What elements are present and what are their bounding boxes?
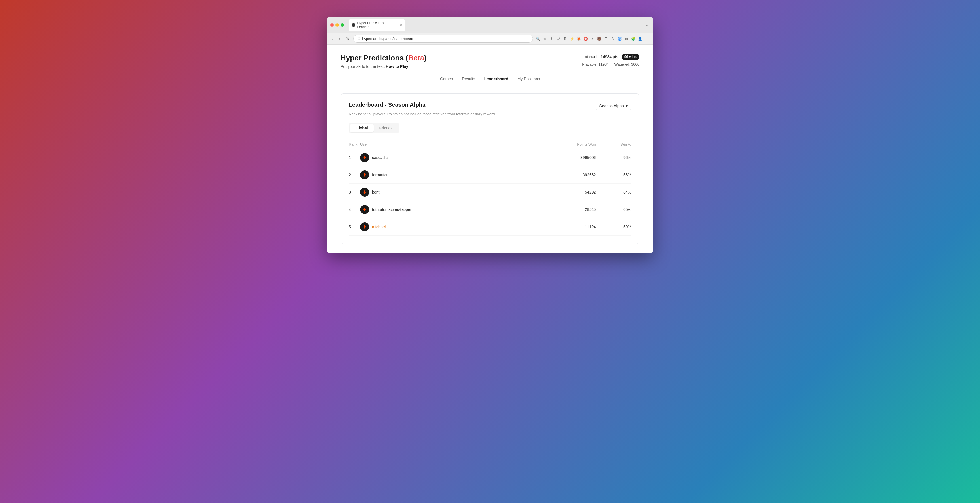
table-row: 2formation39266256% [349, 166, 631, 184]
active-tab[interactable]: H Hyper Predictions Leaderbo... × [348, 19, 405, 31]
col-win-pct: Win % [596, 140, 631, 149]
traffic-light-red[interactable] [330, 23, 334, 27]
traffic-lights [330, 23, 344, 27]
username: formation [372, 172, 388, 177]
refresh-button[interactable]: ↻ [344, 36, 351, 42]
menu-icon[interactable]: ⋮ [644, 36, 650, 42]
profile-icon[interactable]: 👤 [637, 36, 643, 42]
rank-cell: 3 [349, 184, 360, 201]
traffic-light-yellow[interactable] [336, 23, 339, 27]
wagered-label: Wagered: 3000 [614, 62, 640, 66]
ext6-icon[interactable]: ⭕ [583, 36, 589, 42]
tab-close-button[interactable]: × [400, 23, 402, 27]
ext4-icon[interactable]: ⚡ [569, 36, 575, 42]
win-pct-cell: 96% [596, 149, 631, 166]
traffic-light-green[interactable] [340, 23, 344, 27]
url-text: hypercars.io/game/leaderboard [362, 37, 413, 41]
user-name: michael [584, 54, 597, 59]
tab-my-positions[interactable]: My Positions [517, 77, 540, 85]
tab-add-button[interactable]: + [406, 21, 414, 29]
back-button[interactable]: ‹ [330, 36, 335, 42]
points-won-cell: 28545 [534, 201, 596, 218]
tab-results[interactable]: Results [462, 77, 475, 85]
ext1-icon[interactable]: ℹ [549, 36, 554, 42]
subtitle-prefix: Put your skills to the test. [340, 64, 385, 69]
tab-title: Hyper Predictions Leaderbo... [357, 21, 397, 29]
chevron-down-icon: ▾ [625, 104, 628, 108]
how-to-play-link[interactable]: How to Play [386, 64, 408, 69]
col-points-won: Points Won [534, 140, 596, 149]
rank-cell: 4 [349, 201, 360, 218]
title-prefix: Hyper Predictions ( [340, 54, 408, 62]
ext5-icon[interactable]: 🦊 [576, 36, 582, 42]
ext9-icon[interactable]: T [603, 36, 609, 42]
season-selector[interactable]: Season Alpha ▾ [596, 102, 631, 110]
ext10-icon[interactable]: A [610, 36, 616, 42]
ext13-icon[interactable]: 🧩 [630, 36, 636, 42]
points-won-cell: 54292 [534, 184, 596, 201]
title-section: Hyper Predictions (Beta) Put your skills… [340, 54, 426, 69]
win-pct-cell: 64% [596, 184, 631, 201]
points-won-cell: 392662 [534, 166, 596, 184]
title-suffix: ) [424, 54, 427, 62]
user-cell: tutututumaxverstappen [360, 201, 534, 218]
search-icon[interactable]: 🔍 [535, 36, 541, 42]
leaderboard-title: Leaderboard - Season Alpha [349, 102, 425, 108]
page-header: Hyper Predictions (Beta) Put your skills… [340, 54, 640, 69]
leaderboard-subtitle: Ranking for all players. Points do not i… [349, 112, 631, 116]
user-cell: formation [360, 166, 534, 184]
win-pct-cell: 56% [596, 166, 631, 184]
col-rank: Rank [349, 140, 360, 149]
points-won-cell: 3995006 [534, 149, 596, 166]
ext2-icon[interactable]: 🛡 [555, 36, 561, 42]
rank-cell: 2 [349, 166, 360, 184]
tab-games[interactable]: Games [440, 77, 453, 85]
page-content: Hyper Predictions (Beta) Put your skills… [327, 45, 653, 253]
user-cell: cascadia [360, 149, 534, 166]
ext12-icon[interactable]: ⊞ [624, 36, 629, 42]
user-section: michael 14984 pts 96 wins Playable: 1198… [582, 54, 640, 66]
user-details: Playable: 11984 Wagered: 3000 [582, 62, 640, 66]
rank-cell: 5 [349, 218, 360, 236]
security-icon: ⚙ [358, 37, 360, 41]
tab-bar: H Hyper Predictions Leaderbo... × + [348, 19, 642, 31]
main-nav: Games Results Leaderboard My Positions [340, 77, 640, 85]
ext11-icon[interactable]: 🌀 [617, 36, 622, 42]
toggle-friends[interactable]: Friends [374, 124, 398, 132]
toggle-tabs: Global Friends [349, 123, 399, 133]
toolbar-extensions: 🔍 ☆ ℹ 🛡 R ⚡ 🦊 ⭕ ✴ 🐻 T A 🌀 ⊞ 🧩 👤 ⋮ [535, 36, 650, 42]
ext7-icon[interactable]: ✴ [590, 36, 595, 42]
ext8-icon[interactable]: 🐻 [597, 36, 602, 42]
user-pts: 14984 pts [601, 54, 618, 59]
tab-leaderboard[interactable]: Leaderboard [484, 77, 508, 85]
table-row: 3kent5429264% [349, 184, 631, 201]
table-row: 1cascadia399500696% [349, 149, 631, 166]
username: cascadia [372, 155, 388, 160]
table-row: 5michael1112459% [349, 218, 631, 236]
username: kent [372, 190, 379, 195]
avatar [360, 205, 369, 214]
tab-favicon: H [352, 23, 355, 27]
toggle-global[interactable]: Global [350, 124, 374, 132]
leaderboard-header: Leaderboard - Season Alpha Season Alpha … [349, 102, 631, 110]
bookmark-icon[interactable]: ☆ [542, 36, 547, 42]
avatar [360, 188, 369, 197]
season-selector-label: Season Alpha [600, 104, 624, 108]
ext3-icon[interactable]: R [562, 36, 568, 42]
title-beta: Beta [408, 54, 424, 62]
browser-actions: ⌄ [644, 22, 650, 28]
user-info: michael 14984 pts 96 wins [582, 54, 640, 60]
avatar [360, 170, 369, 179]
forward-button[interactable]: › [337, 36, 342, 42]
user-cell: kent [360, 184, 534, 201]
browser-chrome: H Hyper Predictions Leaderbo... × + ⌄ [327, 17, 653, 33]
leaderboard-card: Leaderboard - Season Alpha Season Alpha … [340, 93, 640, 244]
maximize-icon[interactable]: ⌄ [644, 22, 650, 28]
playable-label: Playable: 11984 [582, 62, 609, 66]
page-subtitle: Put your skills to the test. How to Play [340, 64, 426, 69]
page-title: Hyper Predictions (Beta) [340, 54, 426, 62]
nav-bar: ‹ › ↻ ⚙ hypercars.io/game/leaderboard 🔍 … [327, 33, 653, 45]
col-user: User [360, 140, 534, 149]
address-bar[interactable]: ⚙ hypercars.io/game/leaderboard [353, 35, 533, 43]
points-won-cell: 11124 [534, 218, 596, 236]
